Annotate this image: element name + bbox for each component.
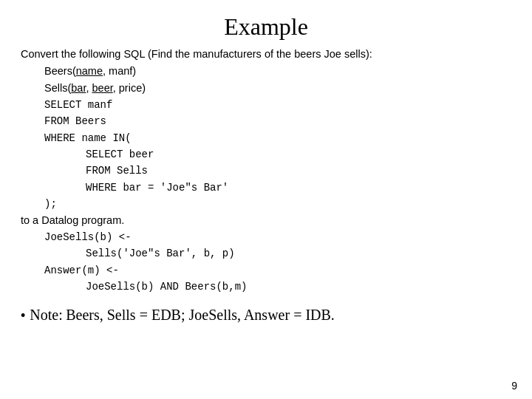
sql-where-name: WHERE name IN(: [44, 131, 511, 146]
sql-from-beers: FROM Beers: [44, 114, 511, 129]
sql-select-manf: SELECT manf: [44, 98, 511, 112]
datalog-answer-rule: JoeSells(b) AND Beers(b,m): [86, 279, 511, 294]
datalog-sells-rule: Sells('Joe"s Bar', b, p): [86, 246, 511, 261]
schema-sells: Sells(bar, beer, price): [44, 81, 511, 96]
sql-where-bar: WHERE bar = 'Joe"s Bar': [86, 180, 511, 195]
sql-from-sells: FROM Sells: [86, 163, 511, 178]
page-number: 9: [511, 380, 517, 392]
slide-title: Example: [21, 13, 511, 41]
transition-text: to a Datalog program.: [21, 213, 511, 228]
note-section: • Note: Beers, Sells = EDB; JoeSells, An…: [21, 304, 511, 326]
datalog-answer: Answer(m) <-: [44, 263, 511, 278]
slide-page: Example Convert the following SQL (Find …: [0, 0, 532, 399]
sql-select-beer: SELECT beer: [86, 147, 511, 162]
sql-close: );: [44, 197, 511, 211]
sells-bar-field: bar: [71, 82, 86, 94]
intro-text: Convert the following SQL (Find the manu…: [21, 47, 511, 62]
sells-beer-field: beer: [92, 82, 113, 94]
note-text: Note: Beers, Sells = EDB; JoeSells, Answ…: [30, 304, 335, 326]
note-content: Beers, Sells = EDB; JoeSells, Answer = I…: [66, 307, 335, 323]
note-bullet: •: [21, 306, 25, 325]
note-label: Note:: [30, 307, 62, 323]
schema-beers: Beers(name, manf): [44, 64, 511, 79]
datalog-joesells: JoeSells(b) <-: [44, 230, 511, 245]
beers-name-field: name: [76, 65, 103, 77]
